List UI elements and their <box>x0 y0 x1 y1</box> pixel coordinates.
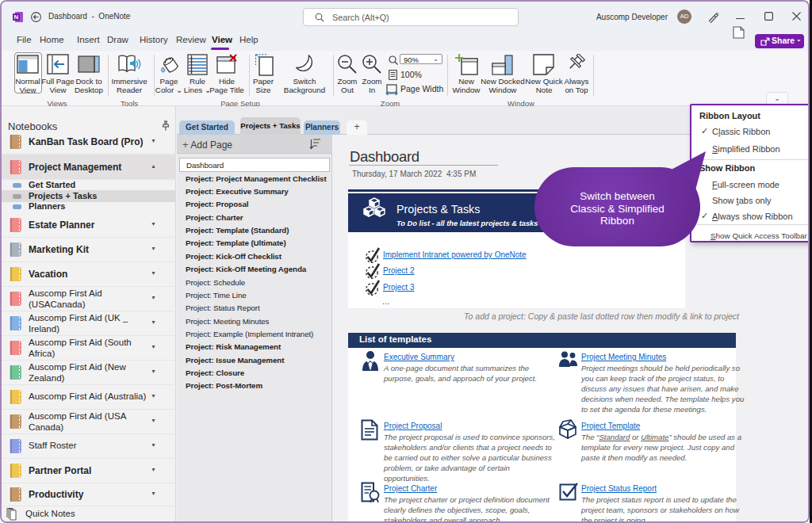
svg-text:N: N <box>14 13 19 21</box>
